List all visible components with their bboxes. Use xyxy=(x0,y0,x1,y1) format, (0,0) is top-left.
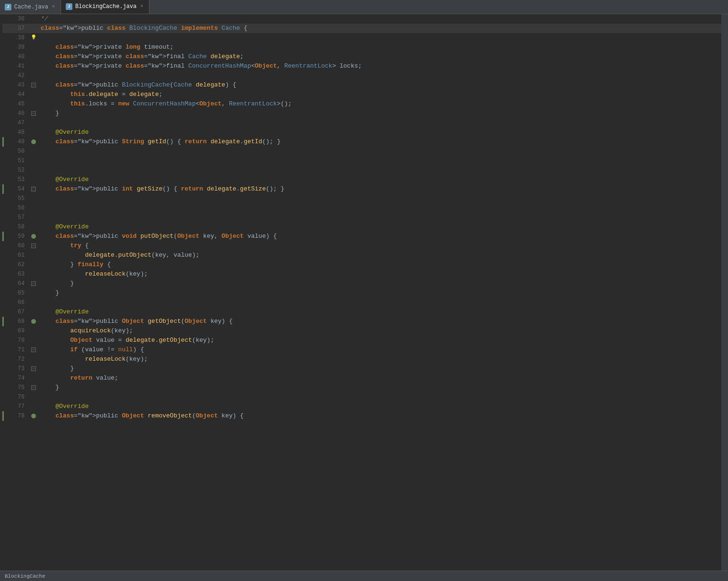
line-number: 54 xyxy=(2,184,28,194)
table-row: 45 this.locks = new ConcurrentHashMap<Ob… xyxy=(2,99,721,109)
line-gutter xyxy=(28,203,39,213)
change-marker xyxy=(31,234,36,239)
tab-cache[interactable]: J Cache.java × xyxy=(0,0,61,14)
table-row: 67 @Override xyxy=(2,307,721,317)
table-row: 49 class="kw">public String getId() { re… xyxy=(2,137,721,147)
line-content: this.delegate = delegate; xyxy=(39,90,721,99)
line-gutter xyxy=(28,298,39,307)
line-gutter xyxy=(28,137,39,147)
line-number: 48 xyxy=(2,128,28,137)
line-content xyxy=(39,213,721,222)
line-content xyxy=(39,165,721,175)
line-content: class="kw">public String getId() { retur… xyxy=(39,137,721,147)
line-gutter: − xyxy=(28,279,39,288)
table-row: 42 xyxy=(2,71,721,80)
line-gutter xyxy=(28,194,39,203)
fold-button[interactable]: − xyxy=(31,111,36,116)
line-gutter xyxy=(28,392,39,402)
line-content: class="kw">public int getSize() { return… xyxy=(39,184,721,194)
line-content: return value; xyxy=(39,373,721,383)
table-row: 53 @Override xyxy=(2,175,721,184)
fold-button[interactable]: − xyxy=(31,385,36,390)
line-content: class="kw">public BlockingCache(Cache de… xyxy=(39,80,721,90)
line-gutter xyxy=(28,326,39,336)
line-content: class="kw">public void putObject(Object … xyxy=(39,232,721,241)
line-content: class="kw">private class="kw">final Cach… xyxy=(39,52,721,61)
line-content: @Override xyxy=(39,222,721,232)
line-gutter xyxy=(28,99,39,109)
scroll-bar[interactable] xyxy=(721,14,728,571)
line-gutter: − xyxy=(28,345,39,355)
table-row: 50 xyxy=(2,147,721,156)
line-number: 49 xyxy=(2,137,28,147)
fold-button[interactable]: − xyxy=(31,347,36,352)
table-row: 36*/ xyxy=(2,14,721,24)
line-content xyxy=(39,33,721,43)
line-number: 39 xyxy=(2,43,28,52)
fold-button[interactable]: − xyxy=(31,281,36,286)
line-number: 46 xyxy=(2,109,28,118)
line-number: 51 xyxy=(2,156,28,165)
table-row: 52 xyxy=(2,165,721,175)
table-row: 75− } xyxy=(2,383,721,392)
table-row: 46− } xyxy=(2,109,721,118)
table-row: 63 releaseLock(key); xyxy=(2,269,721,279)
line-number: 58 xyxy=(2,222,28,232)
line-content: try { xyxy=(39,241,721,251)
line-content: class="kw">public Object getObject(Objec… xyxy=(39,317,721,326)
table-row: 74 return value; xyxy=(2,373,721,383)
line-gutter: − xyxy=(28,109,39,118)
line-number: 62 xyxy=(2,260,28,269)
line-content: Object value = delegate.getObject(key); xyxy=(39,336,721,345)
line-gutter xyxy=(28,14,39,24)
line-gutter xyxy=(28,355,39,364)
line-gutter xyxy=(28,156,39,165)
line-number: 67 xyxy=(2,307,28,317)
fold-button[interactable] xyxy=(31,187,36,191)
line-number: 68 xyxy=(2,317,28,326)
line-gutter xyxy=(28,175,39,184)
line-gutter xyxy=(28,411,39,421)
line-number: 70 xyxy=(2,336,28,345)
line-content xyxy=(39,147,721,156)
line-number: 71 xyxy=(2,345,28,355)
line-number: 74 xyxy=(2,373,28,383)
code-lines[interactable]: 36*/37class="kw">public class BlockingCa… xyxy=(0,14,721,571)
line-number: 77 xyxy=(2,402,28,411)
table-row: 48 @Override xyxy=(2,128,721,137)
line-gutter xyxy=(28,24,39,33)
line-content: releaseLock(key); xyxy=(39,355,721,364)
cache-file-icon: J xyxy=(5,4,11,10)
line-content: class="kw">private long timeout; xyxy=(39,43,721,52)
change-marker xyxy=(31,139,36,144)
table-row: 73− } xyxy=(2,364,721,373)
bulb-icon[interactable]: 💡 xyxy=(31,33,36,43)
tab-cache-close[interactable]: × xyxy=(51,3,56,10)
table-row: 55 xyxy=(2,194,721,203)
tab-blocking[interactable]: J BlockingCache.java × xyxy=(61,0,149,14)
table-row: 51 xyxy=(2,156,721,165)
line-gutter xyxy=(28,71,39,80)
fold-button[interactable]: − xyxy=(31,243,36,248)
tab-blocking-close[interactable]: × xyxy=(140,3,144,10)
line-content xyxy=(39,203,721,213)
line-number: 38 xyxy=(2,33,28,43)
table-row: 68 class="kw">public Object getObject(Ob… xyxy=(2,317,721,326)
line-gutter xyxy=(28,118,39,128)
line-number: 47 xyxy=(2,118,28,128)
line-number: 50 xyxy=(2,147,28,156)
line-gutter xyxy=(28,269,39,279)
table-row: 43− class="kw">public BlockingCache(Cach… xyxy=(2,80,721,90)
line-content: } finally { xyxy=(39,260,721,269)
line-number: 69 xyxy=(2,326,28,336)
table-row: 65 } xyxy=(2,288,721,298)
table-row: 37class="kw">public class BlockingCache … xyxy=(2,24,721,33)
status-bar: BlockingCache xyxy=(0,571,728,581)
line-content: releaseLock(key); xyxy=(39,269,721,279)
fold-button[interactable]: − xyxy=(31,83,36,87)
line-content: } xyxy=(39,279,721,288)
status-class-name: BlockingCache xyxy=(5,573,45,579)
line-content xyxy=(39,298,721,307)
fold-button[interactable]: − xyxy=(31,366,36,371)
blocking-file-icon: J xyxy=(66,3,72,10)
